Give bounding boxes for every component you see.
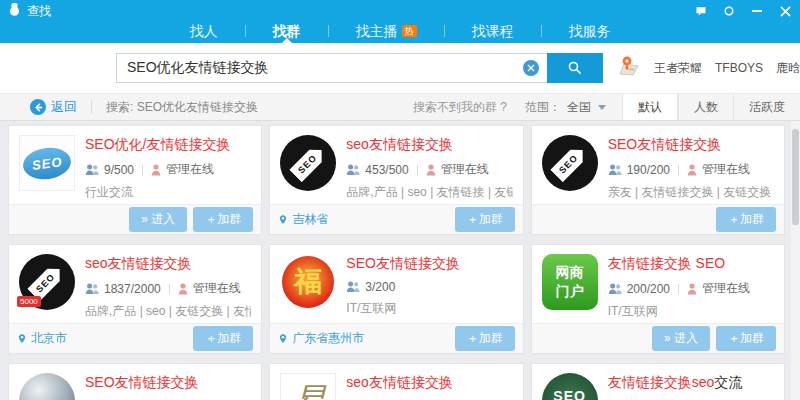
caret-down-icon	[598, 105, 606, 110]
divider	[169, 284, 170, 294]
map-location-icon[interactable]	[617, 55, 641, 81]
group-card: 福 SEO友情链接交换 3/200 IT/互联网 广东省惠州市 ＋加群	[269, 244, 523, 354]
group-title[interactable]: seo友情链接交换	[346, 374, 512, 392]
close-button[interactable]	[778, 4, 792, 18]
join-group-button[interactable]: ＋加群	[455, 326, 515, 351]
member-count: 453/500	[365, 163, 408, 177]
join-group-button[interactable]: ＋加群	[193, 207, 253, 232]
group-title[interactable]: SEO友情链接交换	[85, 374, 251, 392]
group-title[interactable]: SEO友情链接交换	[608, 136, 774, 154]
group-title[interactable]: 友情链接交换seo交流	[608, 374, 774, 392]
location-pin-icon	[278, 332, 288, 345]
back-button[interactable]: 返回	[30, 98, 77, 116]
tab-find-service[interactable]: 找服务	[569, 22, 611, 40]
members-icon	[346, 164, 360, 176]
group-title[interactable]: SEO优化/友情链接交换	[85, 136, 251, 154]
search-input[interactable]	[116, 53, 547, 83]
members-icon	[85, 164, 99, 176]
member-count: 1837/2000	[104, 282, 161, 296]
group-avatar	[19, 373, 75, 400]
scope-label: 范围：	[525, 99, 561, 116]
tab-find-course[interactable]: 找课程	[472, 22, 514, 40]
scrollbar-track[interactable]	[791, 121, 800, 400]
hot-word[interactable]: 鹿晗	[776, 60, 800, 77]
clear-search-icon[interactable]	[523, 60, 539, 76]
title-bar: 查找	[0, 0, 800, 22]
group-title[interactable]: 友情链接交换 SEO	[608, 255, 774, 273]
divider	[417, 165, 418, 175]
search-summary: 搜索: SEO优化友情链接交换	[106, 99, 258, 116]
admin-online-label: 管理在线	[166, 161, 214, 178]
magnifier-icon	[567, 60, 583, 76]
group-card: 网商门户 友情链接交换 SEO 200/200 管理在线 IT/互联网	[531, 244, 785, 354]
tab-find-streamer[interactable]: 找主播热	[356, 22, 417, 40]
admin-online-label: 管理在线	[441, 161, 489, 178]
member-count: 9/500	[104, 163, 134, 177]
group-avatar: 易	[280, 373, 336, 400]
members-icon	[608, 283, 622, 295]
group-tags: 亲友 | 友情链接交换 | 友链交换 | ...	[608, 184, 774, 201]
nav-divider	[328, 25, 329, 37]
hot-word[interactable]: TFBOYS	[715, 61, 763, 75]
filter-bar: 返回 搜索: SEO优化友情链接交换 搜索不到我的群 ? 范围： 全国 默认 人…	[0, 93, 800, 121]
admin-online-label: 管理在线	[702, 161, 750, 178]
location-pin-icon	[17, 332, 27, 345]
scrollbar-thumb[interactable]	[792, 129, 799, 225]
join-group-button[interactable]: ＋加群	[193, 326, 253, 351]
group-card: SEO友情链接交换 500/500 管理在线 ＋加群	[8, 363, 262, 400]
card-footer: 北京市 ＋加群	[9, 323, 261, 353]
hot-word[interactable]: 王者荣耀	[654, 60, 702, 77]
divider	[142, 165, 143, 175]
group-tags: 品牌,产品 | seo | 友情链接 | 友链...	[346, 184, 512, 201]
nav-divider	[541, 25, 542, 37]
divider	[91, 100, 92, 114]
members-icon	[346, 281, 360, 293]
join-group-button[interactable]: ＋加群	[455, 207, 515, 232]
group-avatar: SEO	[19, 135, 75, 191]
group-card: 易 seo友情链接交换 96/2000 管理在线	[269, 363, 523, 400]
group-title[interactable]: seo友情链接交换	[346, 136, 512, 154]
group-avatar: SEO	[542, 135, 598, 191]
window-title: 查找	[27, 3, 51, 20]
location-pin-icon	[278, 213, 288, 226]
admin-online-label: 管理在线	[193, 280, 241, 297]
sort-tab-default[interactable]: 默认	[622, 94, 678, 120]
feedback-bubble-icon[interactable]	[694, 4, 708, 18]
group-location: 北京市	[17, 330, 67, 347]
minimize-button[interactable]	[750, 4, 764, 18]
admin-online-icon	[687, 164, 697, 176]
group-title[interactable]: SEO友情链接交换	[346, 255, 512, 273]
group-tags: 品牌,产品 | seo | 友链交换 | 友情...	[85, 303, 251, 320]
back-arrow-icon	[30, 99, 46, 115]
admin-online-icon	[426, 164, 436, 176]
group-location: 广东省惠州市	[278, 330, 364, 347]
cant-find-group-link[interactable]: 搜索不到我的群 ?	[413, 99, 507, 116]
member-count: 200/200	[627, 282, 670, 296]
group-card: SEO 友情链接交换seo交流 494/500 管理在线	[531, 363, 785, 400]
sort-tab-activity[interactable]: 活跃度	[733, 94, 800, 120]
scope-dropdown[interactable]: 全国	[567, 99, 606, 116]
qq-penguin-icon	[8, 2, 21, 20]
tab-find-group[interactable]: 找群	[273, 22, 301, 40]
group-title[interactable]: seo友情链接交换	[85, 255, 251, 273]
join-group-button[interactable]: ＋加群	[716, 207, 776, 232]
group-avatar: SEO	[542, 373, 598, 400]
settings-circle-icon[interactable]	[722, 4, 736, 18]
enter-group-button[interactable]: » 进入	[129, 207, 187, 232]
group-avatar: SEO	[280, 135, 336, 191]
group-avatar: 福	[280, 254, 336, 310]
member-count: 190/200	[627, 163, 670, 177]
admin-online-icon	[151, 164, 161, 176]
card-footer: 广东省惠州市 ＋加群	[270, 323, 522, 353]
group-card: SEO SEO优化/友情链接交换 9/500 管理在线 行业交流	[8, 125, 262, 235]
admin-online-icon	[178, 283, 188, 295]
sort-tab-members[interactable]: 人数	[678, 94, 733, 120]
group-avatar: SEO5000	[19, 254, 75, 310]
group-tags: 行业交流	[85, 184, 251, 201]
nav-divider	[444, 25, 445, 37]
tab-find-people[interactable]: 找人	[190, 22, 218, 40]
search-button[interactable]	[547, 53, 603, 83]
enter-group-button[interactable]: » 进入	[652, 326, 710, 351]
search-section: 王者荣耀 TFBOYS 鹿晗	[0, 43, 800, 93]
join-group-button[interactable]: ＋加群	[716, 326, 776, 351]
